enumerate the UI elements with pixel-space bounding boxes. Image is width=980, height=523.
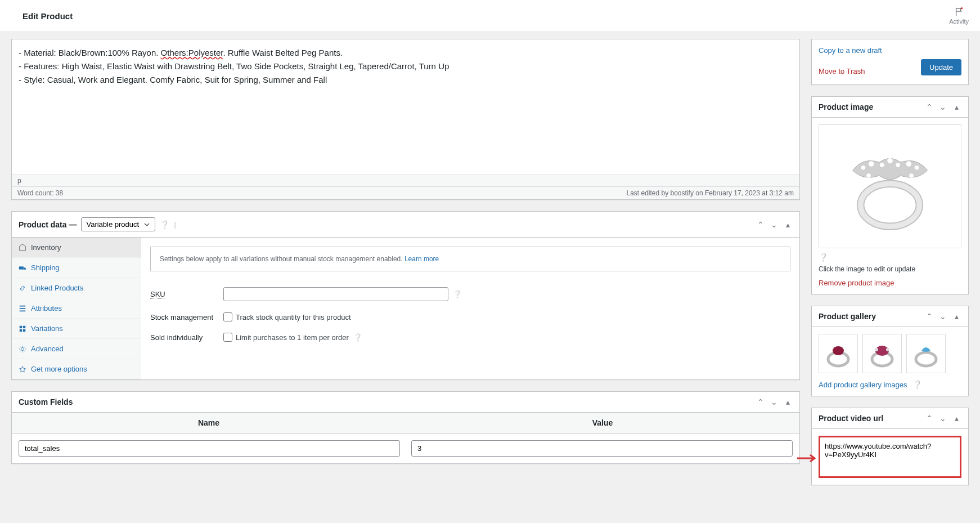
sku-label: SKU bbox=[150, 290, 223, 298]
cf-value-input[interactable] bbox=[411, 440, 793, 457]
tab-linked-products[interactable]: Linked Products bbox=[12, 278, 141, 298]
product-gallery-box: Product gallery ⌃⌄▴ Add product gallery … bbox=[811, 306, 969, 396]
product-featured-image[interactable] bbox=[819, 124, 961, 248]
toggle-panel-icon[interactable]: ▴ bbox=[783, 220, 793, 229]
cf-name-header: Name bbox=[12, 413, 406, 433]
move-down-icon[interactable]: ⌄ bbox=[938, 102, 948, 111]
copy-draft-link[interactable]: Copy to a new draft bbox=[819, 46, 882, 55]
tab-get-more[interactable]: Get more options bbox=[12, 359, 141, 379]
tab-inventory[interactable]: Inventory bbox=[12, 238, 141, 258]
page-title: Edit Product bbox=[23, 11, 73, 21]
remove-image-link[interactable]: Remove product image bbox=[819, 279, 894, 287]
sold-individually-label: Sold individually bbox=[150, 333, 223, 342]
svg-point-17 bbox=[909, 173, 914, 178]
grid-icon bbox=[19, 325, 26, 333]
cf-value-header: Value bbox=[406, 413, 799, 433]
product-image-title: Product image bbox=[819, 102, 873, 111]
editor-element-path[interactable]: p bbox=[12, 175, 799, 187]
svg-point-22 bbox=[875, 348, 878, 351]
editor-footer: p Word count: 38 Last edited by boostify… bbox=[12, 175, 799, 199]
svg-point-11 bbox=[880, 163, 884, 167]
gear-icon bbox=[19, 345, 26, 353]
video-url-input[interactable] bbox=[825, 442, 955, 470]
move-up-icon[interactable]: ⌃ bbox=[924, 102, 934, 111]
editor-content[interactable]: - Material: Black/Brown:100% Rayon. Othe… bbox=[12, 39, 799, 175]
publish-box: Copy to a new draft Move to Trash Update bbox=[811, 39, 969, 85]
svg-point-15 bbox=[915, 166, 919, 170]
help-icon[interactable]: ❔ bbox=[353, 333, 362, 342]
annotation-arrow bbox=[796, 453, 819, 466]
tab-variations[interactable]: Variations bbox=[12, 319, 141, 339]
flag-icon bbox=[954, 7, 964, 17]
move-down-icon[interactable]: ⌄ bbox=[938, 312, 948, 321]
track-stock-checkbox[interactable] bbox=[223, 312, 232, 321]
cf-name-input[interactable] bbox=[19, 440, 400, 457]
gallery-thumb[interactable] bbox=[862, 334, 902, 373]
content-editor-box: - Material: Black/Brown:100% Rayon. Othe… bbox=[11, 39, 800, 200]
product-data-title: Product data — bbox=[19, 220, 77, 229]
word-count: Word count: 38 bbox=[17, 189, 63, 197]
svg-point-6 bbox=[21, 347, 24, 350]
tab-shipping[interactable]: Shipping bbox=[12, 258, 141, 278]
move-down-icon[interactable]: ⌄ bbox=[769, 220, 779, 229]
toggle-panel-icon[interactable]: ▴ bbox=[783, 397, 793, 406]
svg-point-9 bbox=[861, 166, 866, 170]
move-up-icon[interactable]: ⌃ bbox=[924, 312, 934, 321]
svg-point-14 bbox=[906, 161, 912, 167]
toggle-panel-icon[interactable]: ▴ bbox=[951, 312, 961, 321]
activity-button[interactable]: Activity bbox=[949, 7, 969, 25]
list-icon bbox=[19, 305, 26, 312]
product-data-tabs: Inventory Shipping Linked Products Attri… bbox=[12, 238, 141, 379]
truck-icon bbox=[19, 264, 26, 272]
tab-attributes[interactable]: Attributes bbox=[12, 298, 141, 319]
custom-fields-title: Custom Fields bbox=[19, 397, 73, 406]
help-icon[interactable]: ❔ bbox=[819, 253, 828, 262]
svg-point-12 bbox=[887, 158, 893, 164]
product-gallery-title: Product gallery bbox=[819, 312, 876, 321]
top-bar: Edit Product Activity bbox=[0, 0, 980, 32]
move-up-icon[interactable]: ⌃ bbox=[924, 414, 934, 423]
product-video-box: Product video url ⌃⌄▴ bbox=[811, 408, 969, 485]
move-up-icon[interactable]: ⌃ bbox=[756, 220, 766, 229]
product-type-select[interactable]: Variable product bbox=[81, 217, 155, 231]
toggle-panel-icon[interactable]: ▴ bbox=[951, 102, 961, 111]
svg-point-19 bbox=[833, 346, 844, 355]
svg-point-16 bbox=[866, 173, 871, 178]
learn-more-link[interactable]: Learn more bbox=[404, 255, 439, 263]
custom-fields-box: Custom Fields ⌃ ⌄ ▴ Name Value bbox=[11, 391, 800, 464]
svg-rect-1 bbox=[19, 266, 24, 269]
help-icon[interactable]: ❔ bbox=[912, 380, 922, 389]
product-data-box: Product data — Variable product ❔ | ⌃ ⌄ … bbox=[11, 211, 800, 380]
gallery-thumb[interactable] bbox=[906, 334, 946, 373]
add-gallery-link[interactable]: Add product gallery images bbox=[819, 381, 907, 389]
svg-rect-2 bbox=[20, 325, 22, 328]
svg-point-13 bbox=[896, 163, 900, 167]
svg-point-8 bbox=[861, 184, 920, 226]
gallery-thumb[interactable] bbox=[819, 334, 858, 373]
svg-point-24 bbox=[916, 352, 936, 366]
help-icon[interactable]: ❔ bbox=[453, 290, 462, 298]
svg-point-23 bbox=[886, 348, 889, 351]
svg-rect-5 bbox=[23, 329, 25, 331]
product-image-box: Product image ⌃⌄▴ ❔ Click the image to e… bbox=[811, 96, 969, 294]
svg-rect-3 bbox=[23, 325, 25, 328]
toggle-panel-icon[interactable]: ▴ bbox=[951, 414, 961, 423]
variations-notice: Settings below apply to all variations w… bbox=[150, 247, 790, 271]
move-up-icon[interactable]: ⌃ bbox=[756, 397, 766, 406]
help-icon[interactable]: ❔ bbox=[160, 220, 169, 229]
last-edited: Last edited by boostify on February 17, … bbox=[626, 189, 794, 197]
product-video-title: Product video url bbox=[819, 414, 883, 423]
inventory-icon bbox=[19, 244, 26, 252]
stock-management-label: Stock management bbox=[150, 313, 223, 321]
ring-image bbox=[837, 133, 943, 240]
svg-point-0 bbox=[960, 7, 963, 10]
move-to-trash-link[interactable]: Move to Trash bbox=[819, 67, 865, 75]
tab-advanced[interactable]: Advanced bbox=[12, 339, 141, 359]
sku-input[interactable] bbox=[223, 287, 448, 301]
inventory-panel: Settings below apply to all variations w… bbox=[141, 238, 799, 379]
move-down-icon[interactable]: ⌄ bbox=[769, 397, 779, 406]
update-button[interactable]: Update bbox=[921, 59, 961, 75]
sold-individually-checkbox[interactable] bbox=[223, 333, 232, 342]
image-hint: Click the image to edit or update bbox=[819, 265, 961, 273]
move-down-icon[interactable]: ⌄ bbox=[938, 414, 948, 423]
